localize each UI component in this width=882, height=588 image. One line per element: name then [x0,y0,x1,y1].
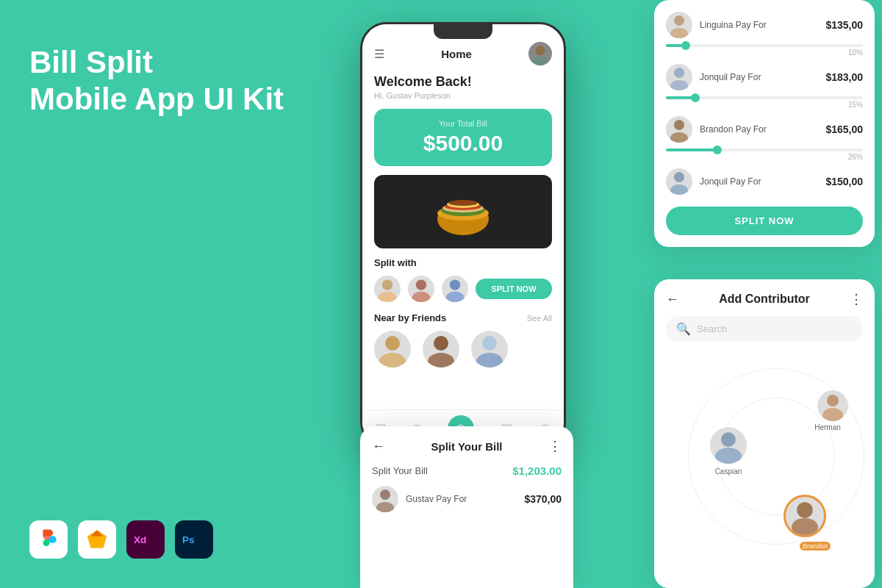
svg-point-16 [378,292,396,302]
svg-point-0 [50,537,57,543]
svg-point-34 [670,184,688,195]
slider-fill-3 [666,148,717,151]
syb-more-icon[interactable]: ⋮ [548,438,562,454]
svg-text:Xd: Xd [134,534,146,545]
hero-title: Bill Split Mobile App UI Kit [29,44,284,118]
food-image [374,175,552,248]
slider-fill-2 [666,96,695,99]
slider-2[interactable] [666,96,863,99]
back-button[interactable]: ← [666,292,679,307]
nearby-avatar-1 [374,331,411,368]
svg-point-23 [434,336,448,351]
syb-person-avatar [372,486,398,512]
tool-icons-row: Xd Ps [29,520,213,559]
menu-icon[interactable]: ☰ [374,47,384,61]
welcome-sub: Hi, Gustav Purpleson [374,91,552,100]
svg-point-7 [532,57,548,65]
svg-point-19 [450,279,460,290]
person-avatar-4 [666,168,692,195]
svg-point-40 [792,518,818,535]
svg-point-25 [482,336,497,351]
phone-screen: ☰ Home Welcome Back! Hi, Gustav Purpleso… [362,24,564,446]
svg-point-39 [797,502,813,518]
slider-thumb-3 [713,146,722,154]
see-all-link[interactable]: See All [527,314,552,323]
split-avatar-2 [408,276,434,302]
slider-percent-3: 26% [666,153,863,161]
add-contributor-card: ← Add Contributor ⋮ 🔍 Search Caspian Her… [654,279,875,588]
person-name-1: Linguina Pay For [700,20,818,30]
person-amount-2: $183,00 [825,71,863,83]
herman-avatar[interactable] [817,390,848,421]
brandon-avatar[interactable] [784,495,826,537]
nearby-label: Near by Friends [374,312,446,323]
svg-point-38 [822,408,843,421]
svg-point-37 [827,395,839,406]
nearby-header: Near by Friends See All [374,312,552,323]
svg-point-31 [674,120,684,130]
svg-point-27 [674,15,684,26]
syb-person-row: Gustav Pay For $370,00 [372,486,562,512]
herman-label: Herman [806,423,850,431]
split-now-button-phone[interactable]: SPLIT NOW [476,279,552,299]
svg-point-29 [674,68,684,78]
person-row-2: Jonquil Pay For $183,00 [666,64,863,90]
slider-fill-1 [666,44,686,47]
syb-amount-row: Split Your Bill $1,203.00 [372,465,562,477]
caspian-avatar[interactable] [710,427,747,464]
phone-navbar: ☰ Home [374,42,552,65]
slider-3[interactable] [666,148,863,151]
bill-split-details-card: Linguina Pay For $135,00 10% Jonquil Pay… [654,0,875,247]
svg-point-24 [428,353,454,368]
split-with-row: SPLIT NOW [374,276,552,302]
caspian-label: Caspian [706,467,750,476]
slider-1[interactable] [666,44,863,47]
total-bill-card: Your Total Bill $500.00 [374,109,552,166]
slider-thumb-1 [681,41,690,50]
person-avatar-1 [666,12,692,38]
svg-text:Ps: Ps [182,534,195,545]
person-name-4: Jonquil Pay For [700,176,818,187]
split-now-button-card[interactable]: SPLIT NOW [666,207,863,235]
person-row-4: Jonquil Pay For $150,00 [666,168,863,195]
total-bill-amount: $500.00 [384,131,542,156]
split-avatar-3 [442,276,468,302]
welcome-heading: Welcome Back! [374,74,552,90]
svg-point-28 [670,28,688,38]
ps-icon: Ps [175,520,213,559]
person-row-3: Brandon Pay For $165,00 [666,116,863,143]
phone-frame: ☰ Home Welcome Back! Hi, Gustav Purpleso… [360,22,566,448]
search-placeholder: Search [697,323,727,334]
svg-point-42 [376,502,394,512]
syb-back-button[interactable]: ← [372,439,385,454]
person-amount-3: $165,00 [825,123,863,135]
nearby-friends-row [374,331,552,368]
syb-person-amount: $370,00 [524,493,562,505]
contributor-card-header: ← Add Contributor ⋮ [666,291,863,307]
syb-amount: $1,203.00 [512,465,562,477]
person-row-1: Linguina Pay For $135,00 [666,12,863,38]
svg-point-17 [416,279,426,290]
person-avatar-3 [666,116,692,143]
svg-point-21 [385,336,400,351]
person-amount-4: $150,00 [825,176,863,187]
svg-point-33 [674,172,684,182]
nearby-avatar-2 [423,331,459,368]
person-amount-1: $135,00 [825,19,863,31]
contributor-network: Caspian Herman Brandon [666,354,863,559]
svg-point-14 [448,200,478,206]
split-avatar-1 [374,276,401,302]
search-bar[interactable]: 🔍 Search [666,316,863,342]
syb-label: Split Your Bill [372,465,428,476]
person-name-3: Brandon Pay For [700,124,818,135]
svg-point-18 [412,292,430,302]
nearby-avatar-3 [471,331,508,368]
xd-icon: Xd [126,520,165,559]
phone-notch [434,24,492,39]
syb-person-info: Gustav Pay For [372,486,467,512]
svg-point-6 [536,46,545,56]
svg-point-41 [380,490,390,500]
syb-person-name: Gustav Pay For [406,494,467,504]
more-options-icon[interactable]: ⋮ [850,291,863,307]
total-bill-label: Your Total Bill [384,119,542,128]
